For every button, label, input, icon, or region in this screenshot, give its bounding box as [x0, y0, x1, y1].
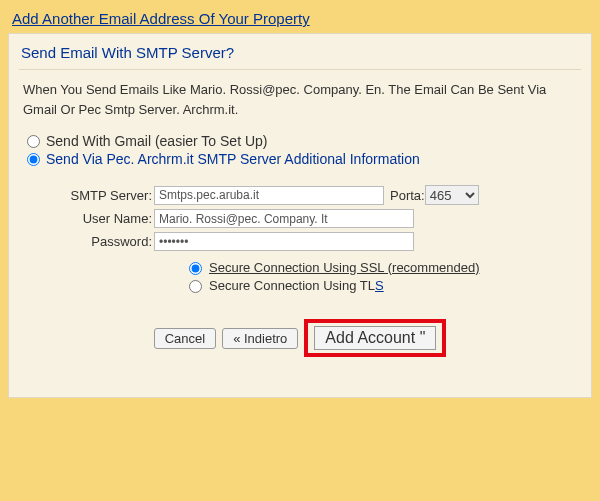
password-row: Password:: [49, 232, 581, 251]
window-title: Add Another Email Address Of Your Proper…: [8, 8, 592, 33]
radio-send-smtp-row[interactable]: Send Via Pec. Archrm.it SMTP Server Addi…: [27, 151, 581, 167]
radio-send-gmail-label: Send With Gmail (easier To Set Up): [46, 133, 268, 149]
divider: [19, 69, 581, 70]
radio-send-smtp[interactable]: [27, 153, 40, 166]
radio-tls[interactable]: [189, 280, 202, 293]
smtp-server-input[interactable]: [154, 186, 384, 205]
porta-label: Porta:: [390, 188, 425, 203]
password-input[interactable]: [154, 232, 414, 251]
panel-title: Send Email With SMTP Server?: [21, 44, 581, 61]
ssl-row[interactable]: Secure Connection Using SSL (recommended…: [184, 259, 581, 275]
radio-ssl[interactable]: [189, 262, 202, 275]
tls-row[interactable]: Secure Connection Using TLS: [184, 277, 581, 293]
user-name-label: User Name:: [49, 211, 154, 226]
radio-ssl-label: Secure Connection Using SSL (recommended…: [209, 260, 480, 275]
add-account-button[interactable]: Add Account ": [314, 326, 436, 350]
panel-description: When You Send Emails Like Mario. Rossi@p…: [23, 80, 577, 119]
user-name-row: User Name:: [49, 209, 581, 228]
smtp-server-row: SMTP Server: Porta: 465: [49, 185, 581, 205]
password-label: Password:: [49, 234, 154, 249]
radio-send-gmail[interactable]: [27, 135, 40, 148]
radio-send-smtp-label: Send Via Pec. Archrm.it SMTP Server Addi…: [46, 151, 420, 167]
smtp-server-label: SMTP Server:: [49, 188, 154, 203]
user-name-input[interactable]: [154, 209, 414, 228]
back-button[interactable]: « Indietro: [222, 328, 298, 349]
radio-tls-label: Secure Connection Using TLS: [209, 278, 384, 293]
porta-select[interactable]: 465: [425, 185, 479, 205]
main-panel: Send Email With SMTP Server? When You Se…: [8, 33, 592, 398]
smtp-form: SMTP Server: Porta: 465 User Name: Passw…: [49, 185, 581, 293]
button-row: Cancel « Indietro Add Account ": [19, 319, 581, 357]
cancel-button[interactable]: Cancel: [154, 328, 216, 349]
add-account-highlight: Add Account ": [304, 319, 446, 357]
radio-send-gmail-row[interactable]: Send With Gmail (easier To Set Up): [27, 133, 581, 149]
